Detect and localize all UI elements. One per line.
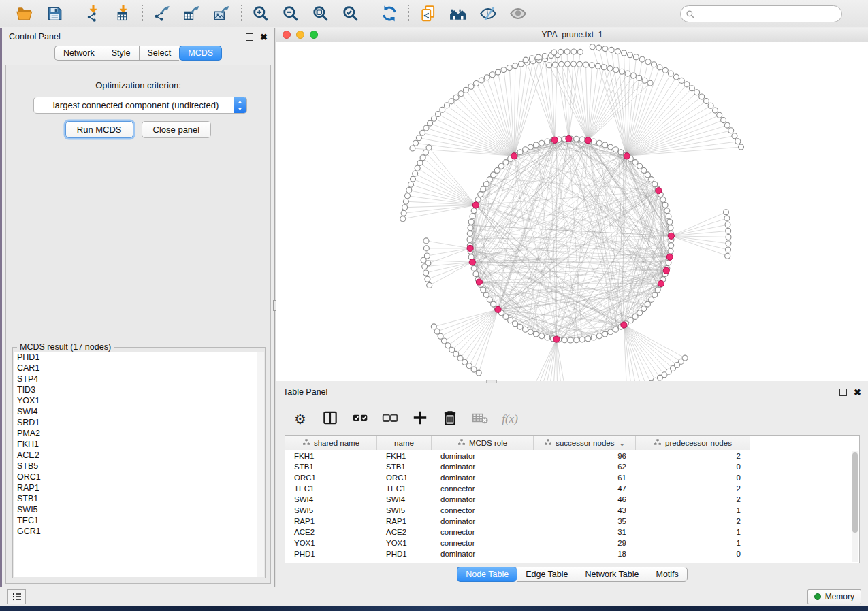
export-image-button[interactable] bbox=[212, 4, 231, 23]
column-header-shared-name[interactable]: shared name bbox=[285, 436, 377, 450]
table-float-window-icon[interactable] bbox=[839, 389, 847, 396]
table-cell: 47 bbox=[534, 483, 636, 494]
refresh-button[interactable] bbox=[380, 4, 399, 23]
control-panel: Control Panel ✖ NetworkStyleSelectMCDS O… bbox=[2, 28, 274, 587]
mcds-node-item[interactable]: SWI4 bbox=[14, 406, 264, 417]
mcds-node-item[interactable]: RAP1 bbox=[14, 482, 264, 493]
import-table-button[interactable] bbox=[114, 4, 133, 23]
criterion-select[interactable]: largest connected component (undirected) bbox=[33, 97, 247, 114]
split-panel-button[interactable] bbox=[321, 410, 339, 428]
zoom-in-button[interactable] bbox=[251, 4, 270, 23]
table-row[interactable]: SWI5SWI5connector431 bbox=[285, 505, 859, 516]
tab-motifs[interactable]: Motifs bbox=[647, 567, 687, 582]
table-row[interactable]: ORC1ORC1dominator610 bbox=[285, 472, 859, 483]
export-table-button[interactable] bbox=[182, 4, 202, 23]
network-window-titlebar[interactable]: YPA_prune.txt_1 bbox=[276, 28, 868, 42]
table-cell: PHD1 bbox=[285, 548, 377, 559]
mcds-node-item[interactable]: STB1 bbox=[14, 493, 264, 504]
zoom-fit-button[interactable] bbox=[311, 4, 330, 23]
gear-button[interactable]: ⚙ bbox=[291, 410, 309, 428]
trash-button[interactable] bbox=[441, 410, 459, 428]
tab-network-table[interactable]: Network Table bbox=[577, 567, 647, 582]
table-cell: RAP1 bbox=[285, 516, 377, 527]
tab-mcds[interactable]: MCDS bbox=[179, 46, 222, 61]
memory-button[interactable]: Memory bbox=[807, 589, 861, 604]
zoom-out-button[interactable] bbox=[281, 4, 300, 23]
export-network-button[interactable] bbox=[152, 4, 172, 23]
table-row[interactable]: FKH1FKH1dominator962 bbox=[285, 450, 859, 461]
clone-network-button[interactable] bbox=[419, 4, 438, 23]
criterion-value: largest connected component (undirected) bbox=[34, 100, 234, 110]
column-header-successor-nodes[interactable]: successor nodes⌄ bbox=[534, 436, 636, 450]
memory-label: Memory bbox=[825, 592, 854, 601]
mcds-node-item[interactable]: SWI5 bbox=[14, 504, 264, 515]
table-scrollbar[interactable] bbox=[852, 451, 858, 562]
mcds-node-item[interactable]: SRD1 bbox=[14, 417, 264, 428]
table-row[interactable]: ACE2ACE2connector311 bbox=[285, 527, 859, 538]
mcds-node-item[interactable]: FKH1 bbox=[14, 439, 264, 450]
mcds-node-item[interactable]: YOX1 bbox=[14, 395, 264, 406]
mcds-node-item[interactable]: ORC1 bbox=[14, 472, 264, 482]
mcds-result-list[interactable]: PHD1CAR1STP4TID3YOX1SWI4SRD1PMA2FKH1ACE2… bbox=[14, 352, 264, 577]
hide-panel-button[interactable] bbox=[479, 4, 498, 23]
import-network-button[interactable] bbox=[84, 4, 103, 23]
show-panel-button[interactable] bbox=[509, 4, 528, 23]
tab-network[interactable]: Network bbox=[54, 46, 103, 61]
column-header-name[interactable]: name bbox=[377, 436, 432, 450]
table-row[interactable]: STB1STB1dominator620 bbox=[285, 461, 859, 472]
mcds-node-item[interactable]: TEC1 bbox=[14, 515, 264, 526]
close-panel-icon[interactable]: ✖ bbox=[260, 33, 268, 41]
delete-table-button[interactable] bbox=[471, 410, 489, 428]
search-box[interactable] bbox=[680, 5, 842, 22]
mcds-node-item[interactable]: ACE2 bbox=[14, 450, 264, 461]
table-panel-title: Table Panel bbox=[283, 387, 327, 397]
table-cell: connector bbox=[432, 538, 534, 548]
table-cell: YOX1 bbox=[377, 538, 432, 548]
mcds-node-item[interactable]: GCR1 bbox=[14, 526, 264, 537]
mcds-node-item[interactable]: STB5 bbox=[14, 461, 264, 472]
gear-icon: ⚙ bbox=[294, 412, 306, 426]
tab-style[interactable]: Style bbox=[103, 46, 139, 61]
tab-edge-table[interactable]: Edge Table bbox=[517, 567, 576, 582]
fx-button[interactable]: f(x) bbox=[501, 410, 519, 428]
mcds-node-item[interactable]: PHD1 bbox=[14, 352, 264, 363]
table-scrollbar-thumb[interactable] bbox=[852, 452, 858, 533]
mcds-node-item[interactable]: CAR1 bbox=[14, 363, 264, 374]
table-cell: 35 bbox=[534, 516, 636, 527]
add-button[interactable] bbox=[411, 410, 429, 428]
column-header-predecessor-nodes[interactable]: predecessor nodes bbox=[636, 436, 750, 450]
zoom-selected-button[interactable] bbox=[341, 4, 360, 23]
table-row[interactable]: PHD1PHD1dominator180 bbox=[285, 548, 859, 559]
mcds-node-item[interactable]: TID3 bbox=[14, 384, 264, 395]
table-row[interactable]: TEC1TEC1connector472 bbox=[285, 483, 859, 494]
network-manager-button[interactable] bbox=[449, 4, 468, 23]
table-header-row: shared namenameMCDS rolesuccessor nodes⌄… bbox=[285, 436, 859, 450]
close-panel-button[interactable]: Close panel bbox=[142, 121, 212, 138]
delete-table-icon bbox=[471, 409, 489, 429]
mcds-node-item[interactable]: PMA2 bbox=[14, 428, 264, 439]
desktop-wallpaper-strip bbox=[0, 606, 868, 611]
unselect-all-button[interactable] bbox=[381, 410, 399, 428]
table-close-panel-icon[interactable]: ✖ bbox=[854, 389, 861, 396]
float-window-icon[interactable] bbox=[246, 33, 253, 41]
table-cell: 0 bbox=[636, 548, 750, 559]
save-button[interactable] bbox=[45, 4, 64, 23]
select-all-button[interactable] bbox=[351, 410, 369, 428]
mcds-tab-content: Optimization criterion: largest connecte… bbox=[5, 65, 271, 584]
open-folder-button[interactable] bbox=[15, 4, 34, 23]
column-header-MCDS-role[interactable]: MCDS role bbox=[432, 436, 534, 450]
tab-select[interactable]: Select bbox=[139, 46, 180, 61]
task-history-button[interactable] bbox=[7, 589, 26, 604]
network-canvas[interactable] bbox=[276, 42, 868, 381]
network-manager-icon bbox=[449, 5, 467, 22]
table-row[interactable]: YOX1YOX1connector291 bbox=[285, 538, 859, 548]
search-input[interactable] bbox=[698, 10, 834, 19]
mcds-node-item[interactable]: STP4 bbox=[14, 374, 264, 384]
table-cell: dominator bbox=[432, 450, 534, 461]
mcds-list-scrollbar[interactable] bbox=[257, 352, 264, 577]
tab-node-table[interactable]: Node Table bbox=[457, 567, 517, 582]
table-cell: STB1 bbox=[285, 461, 377, 472]
table-row[interactable]: SWI4SWI4dominator462 bbox=[285, 494, 859, 505]
table-row[interactable]: RAP1RAP1dominator352 bbox=[285, 516, 859, 527]
run-mcds-button[interactable]: Run MCDS bbox=[65, 121, 133, 138]
